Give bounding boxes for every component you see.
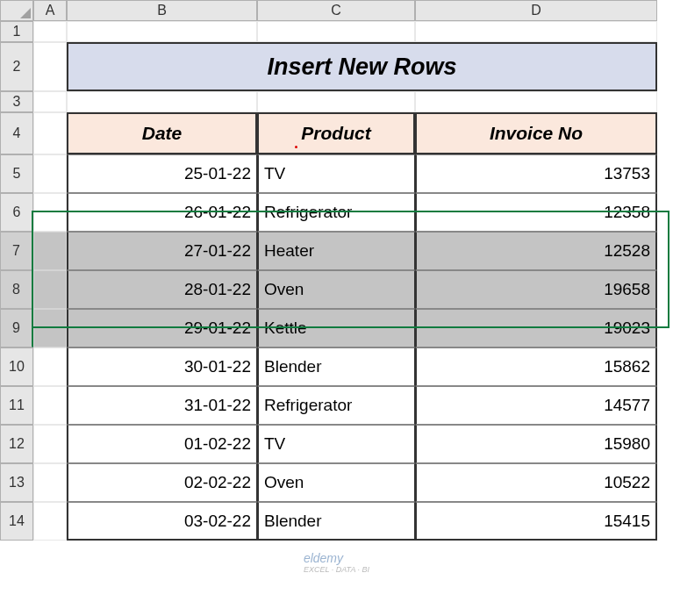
row-header-12[interactable]: 12 (0, 425, 33, 463)
cell-B3[interactable] (67, 91, 257, 112)
cell-A5[interactable] (33, 154, 67, 193)
row-header-8[interactable]: 8 (0, 270, 33, 309)
watermark-sub: EXCEL · DATA · BI (304, 565, 369, 574)
row-header-3[interactable]: 3 (0, 91, 33, 112)
cell-invoice-4[interactable]: 19023 (415, 309, 657, 347)
cell-A9[interactable] (33, 309, 67, 347)
cell-product-3[interactable]: Oven (257, 270, 415, 309)
cell-product-6[interactable]: Refrigerator (257, 386, 415, 425)
cell-A13[interactable] (33, 463, 67, 502)
cell-invoice-3[interactable]: 19658 (415, 270, 657, 309)
cell-A3[interactable] (33, 91, 67, 112)
cell-product-8[interactable]: Oven (257, 463, 415, 502)
row-header-4[interactable]: 4 (0, 112, 33, 154)
cell-invoice-9[interactable]: 15415 (415, 502, 657, 541)
cell-date-5[interactable]: 30-01-22 (67, 347, 257, 386)
col-header-C[interactable]: C (257, 0, 415, 21)
cell-product-1[interactable]: Refrigerator (257, 193, 415, 232)
cell-date-7[interactable]: 01-02-22 (67, 425, 257, 463)
cell-D1[interactable] (415, 21, 657, 42)
cell-A1[interactable] (33, 21, 67, 42)
cell-date-6[interactable]: 31-01-22 (67, 386, 257, 425)
cell-product-0[interactable]: TV (257, 154, 415, 193)
cell-date-4[interactable]: 29-01-22 (67, 309, 257, 347)
cell-invoice-0[interactable]: 13753 (415, 154, 657, 193)
cell-invoice-7[interactable]: 15980 (415, 425, 657, 463)
cell-date-9[interactable]: 03-02-22 (67, 502, 257, 541)
cell-date-2[interactable]: 27-01-22 (67, 232, 257, 270)
row-header-7[interactable]: 7 (0, 232, 33, 270)
cell-invoice-1[interactable]: 12358 (415, 193, 657, 232)
title-cell[interactable]: Insert New Rows (67, 42, 657, 91)
row-header-14[interactable]: 14 (0, 502, 33, 541)
row-header-5[interactable]: 5 (0, 154, 33, 193)
row-header-2[interactable]: 2 (0, 42, 33, 91)
cell-C3[interactable] (257, 91, 415, 112)
cell-invoice-8[interactable]: 10522 (415, 463, 657, 502)
cell-date-8[interactable]: 02-02-22 (67, 463, 257, 502)
cell-date-1[interactable]: 26-01-22 (67, 193, 257, 232)
cell-A4[interactable] (33, 112, 67, 154)
cell-date-3[interactable]: 28-01-22 (67, 270, 257, 309)
select-all-corner[interactable] (0, 0, 33, 21)
cell-A2[interactable] (33, 42, 67, 91)
cell-A7[interactable] (33, 232, 67, 270)
header-invoice[interactable]: Invoice No (415, 112, 657, 154)
cell-product-2[interactable]: Heater (257, 232, 415, 270)
row-header-6[interactable]: 6 (0, 193, 33, 232)
cell-A8[interactable] (33, 270, 67, 309)
row-header-10[interactable]: 10 (0, 347, 33, 386)
cell-product-7[interactable]: TV (257, 425, 415, 463)
cell-product-9[interactable]: Blender (257, 502, 415, 541)
header-product[interactable]: Product (257, 112, 415, 154)
col-header-D[interactable]: D (415, 0, 657, 21)
cell-C1[interactable] (257, 21, 415, 42)
cell-product-4[interactable]: Kettle (257, 309, 415, 347)
col-header-A[interactable]: A (33, 0, 67, 21)
row-header-13[interactable]: 13 (0, 463, 33, 502)
cell-invoice-2[interactable]: 12528 (415, 232, 657, 270)
cell-invoice-5[interactable]: 15862 (415, 347, 657, 386)
row-header-1[interactable]: 1 (0, 21, 33, 42)
row-header-11[interactable]: 11 (0, 386, 33, 425)
watermark: eldemy EXCEL · DATA · BI (304, 551, 369, 574)
cell-product-5[interactable]: Blender (257, 347, 415, 386)
cell-A6[interactable] (33, 193, 67, 232)
cell-D3[interactable] (415, 91, 657, 112)
cell-invoice-6[interactable]: 14577 (415, 386, 657, 425)
cell-date-0[interactable]: 25-01-22 (67, 154, 257, 193)
row-header-9[interactable]: 9 (0, 309, 33, 347)
header-date[interactable]: Date (67, 112, 257, 154)
cell-A10[interactable] (33, 347, 67, 386)
cursor-dot (295, 146, 297, 148)
watermark-text: eldemy (304, 551, 343, 565)
spreadsheet-grid: A B C D 1 2 Insert New Rows 3 4 Date Pro… (0, 0, 673, 541)
cell-A14[interactable] (33, 502, 67, 541)
cell-A11[interactable] (33, 386, 67, 425)
cell-B1[interactable] (67, 21, 257, 42)
col-header-B[interactable]: B (67, 0, 257, 21)
cell-A12[interactable] (33, 425, 67, 463)
